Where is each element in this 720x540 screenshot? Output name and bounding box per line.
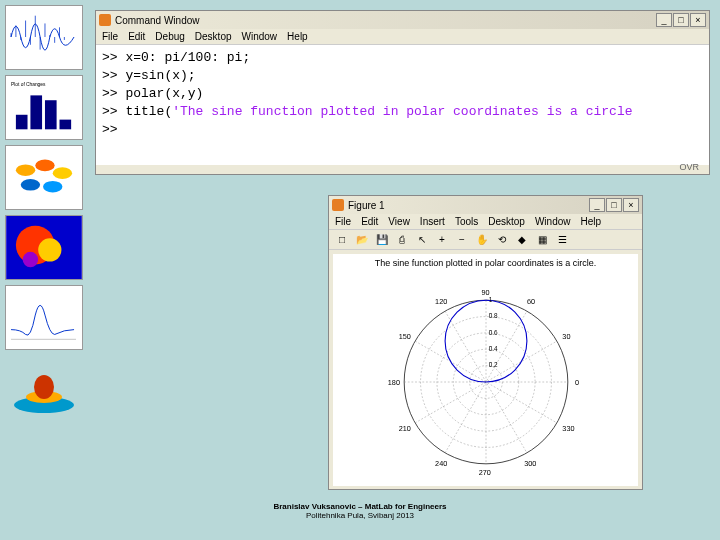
svg-text:240: 240: [435, 458, 447, 467]
svg-rect-7: [6, 146, 82, 209]
svg-rect-4: [30, 95, 42, 129]
menu-help[interactable]: Help: [287, 31, 308, 42]
command-window-title: Command Window: [115, 15, 199, 26]
svg-text:30: 30: [562, 332, 570, 341]
window-controls: _ □ ×: [656, 13, 706, 27]
window-controls: _ □ ×: [589, 198, 639, 212]
command-window: Command Window _ □ × File Edit Debug Des…: [95, 10, 710, 175]
command-titlebar: Command Window _ □ ×: [96, 11, 709, 29]
footer-author: Branislav Vuksanovic – MatLab for Engine…: [0, 502, 720, 511]
thumb-signal: [5, 5, 83, 70]
svg-point-8: [16, 164, 35, 176]
svg-text:0: 0: [575, 377, 579, 386]
svg-text:0.6: 0.6: [488, 328, 497, 335]
svg-point-15: [38, 238, 61, 261]
thumbnail-sidebar: Plot of Changes: [5, 5, 85, 525]
save-icon[interactable]: 💾: [373, 232, 391, 248]
menu-edit[interactable]: Edit: [361, 216, 378, 227]
svg-text:270: 270: [478, 467, 490, 476]
minimize-button[interactable]: _: [656, 13, 672, 27]
menu-insert[interactable]: Insert: [420, 216, 445, 227]
command-menubar: File Edit Debug Desktop Window Help: [96, 29, 709, 45]
menu-edit[interactable]: Edit: [128, 31, 145, 42]
menu-view[interactable]: View: [388, 216, 410, 227]
figure-titlebar: Figure 1 _ □ ×: [329, 196, 642, 214]
svg-text:210: 210: [398, 424, 410, 433]
menu-window[interactable]: Window: [242, 31, 278, 42]
matlab-logo-icon: [99, 14, 111, 26]
thumb-hat: [5, 355, 83, 420]
minimize-button[interactable]: _: [589, 198, 605, 212]
figure-menubar: File Edit View Insert Tools Desktop Wind…: [329, 214, 642, 230]
svg-rect-3: [16, 115, 28, 130]
close-button[interactable]: ×: [690, 13, 706, 27]
menu-file[interactable]: File: [102, 31, 118, 42]
svg-text:0.8: 0.8: [488, 312, 497, 319]
code-line: >> polar(x,y): [102, 85, 703, 103]
figure-canvas: The sine function plotted in polar coord…: [333, 254, 638, 486]
svg-text:60: 60: [526, 296, 534, 305]
menu-help[interactable]: Help: [581, 216, 602, 227]
svg-text:300: 300: [524, 458, 536, 467]
svg-text:0.2: 0.2: [488, 361, 497, 368]
svg-text:Plot of Changes: Plot of Changes: [11, 82, 46, 87]
svg-point-9: [35, 160, 54, 172]
figure-window-title: Figure 1: [348, 200, 385, 211]
svg-text:1: 1: [488, 296, 492, 303]
status-ovr: OVR: [679, 162, 699, 172]
maximize-button[interactable]: □: [673, 13, 689, 27]
maximize-button[interactable]: □: [606, 198, 622, 212]
legend-icon[interactable]: ☰: [553, 232, 571, 248]
code-line: >> y=sin(x);: [102, 67, 703, 85]
thumb-bar: Plot of Changes: [5, 75, 83, 140]
menu-window[interactable]: Window: [535, 216, 571, 227]
pointer-icon[interactable]: ↖: [413, 232, 431, 248]
polar-plot: 0 30 60 90 120 150 180 210 240 270 300 3…: [386, 282, 586, 482]
close-button[interactable]: ×: [623, 198, 639, 212]
svg-rect-6: [60, 120, 72, 130]
svg-point-21: [34, 375, 54, 399]
thumb-fractal: [5, 215, 83, 280]
new-figure-icon[interactable]: □: [333, 232, 351, 248]
svg-rect-0: [6, 6, 82, 69]
svg-point-12: [43, 181, 62, 193]
rotate-icon[interactable]: ⟲: [493, 232, 511, 248]
plot-title: The sine function plotted in polar coord…: [333, 254, 638, 268]
svg-text:120: 120: [435, 296, 447, 305]
figure-window: Figure 1 _ □ × File Edit View Insert Too…: [328, 195, 643, 490]
menu-file[interactable]: File: [335, 216, 351, 227]
svg-text:330: 330: [562, 424, 574, 433]
print-icon[interactable]: ⎙: [393, 232, 411, 248]
thumb-surface: [5, 145, 83, 210]
footer: Branislav Vuksanovic – MatLab for Engine…: [0, 502, 720, 520]
menu-debug[interactable]: Debug: [155, 31, 184, 42]
thumb-sinc: [5, 285, 83, 350]
open-icon[interactable]: 📂: [353, 232, 371, 248]
zoom-in-icon[interactable]: +: [433, 232, 451, 248]
code-line: >> title('The sine function plotted in p…: [102, 103, 703, 121]
svg-text:0.4: 0.4: [488, 345, 497, 352]
svg-point-10: [53, 167, 72, 179]
footer-location: Politehnika Pula, Svibanj 2013: [0, 511, 720, 520]
datatip-icon[interactable]: ◆: [513, 232, 531, 248]
pan-icon[interactable]: ✋: [473, 232, 491, 248]
svg-text:150: 150: [398, 332, 410, 341]
code-prompt: >>: [102, 121, 703, 139]
zoom-out-icon[interactable]: −: [453, 232, 471, 248]
svg-text:180: 180: [387, 377, 399, 386]
figure-toolbar: □ 📂 💾 ⎙ ↖ + − ✋ ⟲ ◆ ▦ ☰: [329, 230, 642, 250]
svg-point-16: [23, 252, 39, 268]
code-input-area[interactable]: >> x=0: pi/100: pi; >> y=sin(x); >> pola…: [96, 45, 709, 165]
code-line: >> x=0: pi/100: pi;: [102, 49, 703, 67]
colorbar-icon[interactable]: ▦: [533, 232, 551, 248]
menu-tools[interactable]: Tools: [455, 216, 478, 227]
menu-desktop[interactable]: Desktop: [195, 31, 232, 42]
svg-point-11: [21, 179, 40, 191]
menu-desktop[interactable]: Desktop: [488, 216, 525, 227]
svg-rect-5: [45, 100, 57, 129]
matlab-logo-icon: [332, 199, 344, 211]
